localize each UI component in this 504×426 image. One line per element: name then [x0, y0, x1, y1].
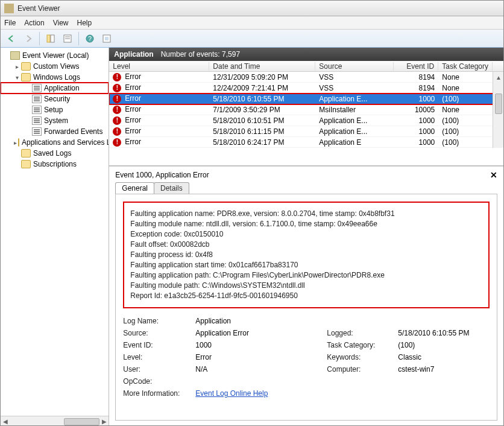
svg-rect-1 [51, 35, 54, 42]
grid-scrollbar[interactable]: ▲ [493, 72, 503, 148]
tree-apps-services[interactable]: ▸Applications and Services Logs [1, 137, 109, 148]
error-icon: ! [113, 138, 121, 147]
lbl-source: Source: [123, 329, 195, 337]
folder-icon [21, 62, 31, 71]
error-icon: ! [113, 116, 121, 125]
menu-action[interactable]: Action [24, 19, 44, 27]
scroll-right-icon[interactable]: ▶ [99, 416, 109, 427]
scroll-left-icon[interactable]: ◀ [1, 416, 10, 427]
show-hide-button[interactable] [43, 31, 58, 46]
table-row[interactable]: !Error12/24/2009 7:21:41 PMVSS8194None [109, 83, 503, 94]
tree-saved-logs[interactable]: Saved Logs [1, 148, 109, 159]
col-date[interactable]: Date and Time [209, 62, 315, 71]
val-user: N/A [195, 365, 327, 374]
val-logname: Application [195, 317, 327, 325]
folder-icon [21, 149, 31, 157]
svg-rect-0 [47, 35, 50, 42]
table-row[interactable]: !Error5/18/2010 6:10:55 PMApplication E.… [109, 94, 503, 104]
app-icon [4, 4, 14, 13]
content-panel: Application Number of events: 7,597 Leve… [109, 48, 503, 426]
log-icon [32, 106, 42, 114]
table-row[interactable]: !Error5/18/2010 6:11:15 PMApplication E.… [109, 126, 503, 137]
val-keywords: Classic [398, 353, 490, 361]
tree-system[interactable]: System [1, 115, 109, 126]
log-icon [32, 116, 42, 125]
menu-view[interactable]: View [53, 19, 69, 27]
error-icon: ! [113, 73, 121, 81]
tree-label: Setup [44, 106, 63, 114]
error-icon: ! [113, 106, 121, 114]
scroll-thumb[interactable] [495, 94, 502, 114]
toolbar-separator [39, 32, 40, 45]
tree-label: System [44, 116, 68, 125]
detail-panel: Event 1000, Application Error ✕ General … [109, 166, 503, 426]
log-icon [32, 95, 42, 103]
table-row[interactable]: !Error7/1/2009 3:50:29 PMMsiInstaller100… [109, 104, 503, 115]
window-title: Event Viewer [17, 4, 60, 13]
event-count: Number of events: 7,597 [161, 50, 240, 59]
tree-subscriptions[interactable]: Subscriptions [1, 159, 109, 170]
tab-general[interactable]: General [115, 182, 154, 194]
folder-icon [18, 138, 19, 147]
col-task[interactable]: Task Category [438, 62, 493, 71]
refresh-button[interactable] [99, 31, 114, 46]
expander-icon[interactable]: ▸ [14, 63, 20, 70]
col-source[interactable]: Source [315, 62, 394, 71]
val-logged: 5/18/2010 6:10:55 PM [398, 329, 490, 337]
tree-custom-views[interactable]: ▸Custom Views [1, 61, 109, 72]
main: Event Viewer (Local) ▸Custom Views ▾Wind… [1, 48, 503, 426]
tree-label: Saved Logs [33, 149, 71, 157]
table-row[interactable]: !Error5/18/2010 6:10:51 PMApplication E.… [109, 115, 503, 126]
tree-security[interactable]: Security [1, 94, 109, 104]
scroll-thumb[interactable] [64, 418, 99, 425]
grid-body: !Error12/31/2009 5:09:20 PMVSS8194None!E… [109, 72, 503, 148]
tree-label: Event Viewer (Local) [22, 51, 89, 60]
menubar: File Action View Help [1, 16, 503, 30]
table-row[interactable]: !Error12/31/2009 5:09:20 PMVSS8194None [109, 72, 503, 83]
lbl-logged: Logged: [327, 329, 398, 337]
titlebar: Event Viewer [1, 1, 503, 16]
menu-file[interactable]: File [4, 19, 16, 27]
expander-icon[interactable]: ▸ [14, 139, 17, 146]
lbl-moreinfo: More Information: [123, 389, 195, 398]
scroll-up-icon[interactable]: ▲ [493, 72, 503, 83]
svg-text:?: ? [88, 36, 92, 42]
event-grid: Level Date and Time Source Event ID Task… [109, 61, 503, 166]
error-icon: ! [113, 95, 121, 103]
link-online-help[interactable]: Event Log Online Help [195, 389, 327, 398]
col-level[interactable]: Level [109, 62, 209, 71]
lbl-keywords: Keywords: [327, 353, 398, 361]
folder-icon [21, 160, 31, 168]
lbl-opcode: OpCode: [123, 377, 195, 386]
content-title: Application [114, 50, 153, 59]
tree-forwarded[interactable]: Forwarded Events [1, 126, 109, 137]
tree-application[interactable]: Application [1, 83, 109, 94]
tree-label: Security [44, 95, 70, 103]
close-icon[interactable]: ✕ [490, 170, 497, 180]
lbl-level: Level: [123, 353, 195, 361]
tree-label: Custom Views [33, 62, 79, 71]
forward-button[interactable] [21, 31, 36, 46]
tree-setup[interactable]: Setup [1, 104, 109, 115]
val-taskcat: (100) [398, 341, 490, 349]
tree-root[interactable]: Event Viewer (Local) [1, 50, 109, 61]
val-eventid: 1000 [195, 341, 327, 349]
grid-header: Level Date and Time Source Event ID Task… [109, 61, 503, 72]
col-eventid[interactable]: Event ID [394, 62, 438, 71]
table-row[interactable]: !Error5/18/2010 6:24:17 PMApplication E1… [109, 137, 503, 148]
menu-help[interactable]: Help [77, 19, 92, 27]
tree-scrollbar[interactable]: ◀ ▶ [1, 416, 109, 426]
properties-button[interactable] [60, 31, 75, 46]
toolbar-separator [78, 32, 79, 45]
tab-details[interactable]: Details [154, 182, 189, 194]
tree-label: Subscriptions [33, 160, 77, 168]
lbl-logname: Log Name: [123, 317, 195, 325]
expander-icon[interactable]: ▾ [14, 74, 20, 81]
lbl-taskcat: Task Category: [327, 341, 398, 349]
back-button[interactable] [4, 31, 19, 46]
tree-windows-logs[interactable]: ▾Windows Logs [1, 72, 109, 83]
val-computer: cstest-win7 [398, 365, 490, 374]
help-button[interactable]: ? [83, 31, 97, 46]
lbl-eventid: Event ID: [123, 341, 195, 349]
val-source: Application Error [195, 329, 327, 337]
